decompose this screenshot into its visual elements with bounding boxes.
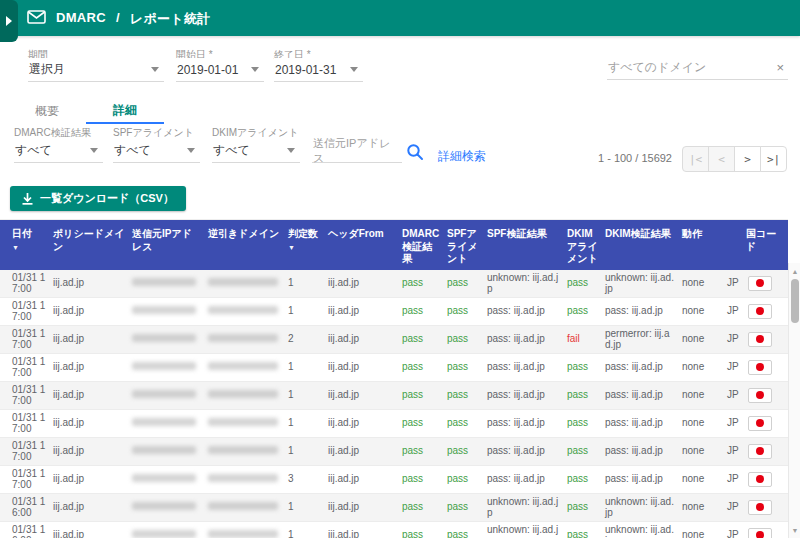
report-table: 日付▼ ポリシードメイン 送信元IPアドレス 逆引きドメイン 判定数▼ ヘッダF…	[0, 219, 788, 538]
sort-desc-icon[interactable]: ▼	[12, 244, 47, 253]
cell-source-ip	[128, 381, 204, 409]
domain-filter-input[interactable]: すべてのドメイン ×	[607, 56, 788, 80]
cell-country-code: JP	[723, 437, 788, 465]
cell-dmarc-result: pass	[398, 353, 443, 381]
cell-spf-result: unknown: iij.ad.jp	[483, 521, 563, 538]
last-page-button[interactable]: >|	[760, 146, 787, 172]
redacted-ip	[132, 306, 196, 314]
cell-dkim-result: unknown: iij.ad.jp	[601, 521, 678, 538]
breadcrumb-app[interactable]: DMARC	[56, 10, 106, 28]
country-code-text: JP	[727, 277, 739, 289]
chevron-down-icon	[350, 67, 358, 72]
cell-count: 1	[284, 353, 324, 381]
cell-date: 01/31 17:00	[0, 409, 49, 437]
source-ip-input[interactable]: 送信元IPアドレス	[312, 139, 402, 163]
chevron-down-icon	[251, 67, 259, 72]
table-row[interactable]: 01/31 17:00 iij.ad.jp 1 iij.ad.jp pass p…	[0, 409, 788, 437]
spf-alignment-label: SPFアライメント	[113, 126, 194, 140]
japan-flag-icon	[748, 304, 772, 319]
cell-policy-domain: iij.ad.jp	[49, 325, 128, 353]
spf-alignment-value: すべて	[114, 142, 151, 159]
redacted-ip	[132, 390, 196, 398]
redacted-ip	[132, 418, 196, 426]
advanced-search-link[interactable]: 詳細検索	[438, 148, 486, 165]
cell-spf-alignment: pass	[443, 325, 483, 353]
cell-reverse-domain	[204, 409, 284, 437]
cell-count: 1	[284, 521, 324, 538]
table-row[interactable]: 01/31 16:00 iij.ad.jp 1 iij.ad.jp pass p…	[0, 521, 788, 538]
cell-dkim-alignment: pass	[563, 297, 601, 325]
cell-dkim-result: pass: iij.ad.jp	[601, 409, 678, 437]
cell-dkim-alignment: pass	[563, 270, 601, 298]
scrollbar-thumb[interactable]	[791, 279, 799, 323]
cell-country-code: JP	[723, 325, 788, 353]
country-code-text: JP	[727, 529, 739, 538]
cell-dkim-result: pass: iij.ad.jp	[601, 465, 678, 493]
cell-policy-domain: iij.ad.jp	[49, 437, 128, 465]
redacted-reverse-domain	[208, 390, 278, 398]
cell-reverse-domain	[204, 465, 284, 493]
col-country-code: 国コード	[723, 220, 788, 270]
redacted-reverse-domain	[208, 446, 278, 454]
scroll-down-icon[interactable]: ▼	[789, 524, 800, 536]
cell-policy-domain: iij.ad.jp	[49, 493, 128, 521]
dkim-alignment-value: すべて	[213, 142, 250, 159]
cell-action: none	[678, 325, 723, 353]
cell-count: 1	[284, 493, 324, 521]
sort-desc-icon[interactable]: ▼	[288, 244, 322, 253]
spf-alignment-select[interactable]: すべて	[113, 139, 200, 163]
end-date-select[interactable]: 2019-01-31	[274, 58, 363, 82]
next-page-button[interactable]: >	[734, 146, 761, 172]
tab-details[interactable]: 詳細	[86, 98, 164, 124]
table-row[interactable]: 01/31 17:00 iij.ad.jp 1 iij.ad.jp pass p…	[0, 270, 788, 298]
tab-overview[interactable]: 概要	[8, 98, 86, 124]
col-source-ip: 送信元IPアドレス	[128, 220, 204, 270]
search-icon[interactable]	[406, 143, 424, 165]
cell-header-from: iij.ad.jp	[324, 381, 398, 409]
dmarc-result-select[interactable]: すべて	[14, 139, 103, 163]
redacted-ip	[132, 334, 196, 342]
cell-header-from: iij.ad.jp	[324, 437, 398, 465]
start-date-select[interactable]: 2019-01-01	[176, 58, 264, 82]
cell-action: none	[678, 493, 723, 521]
scroll-up-icon[interactable]: ▲	[789, 265, 800, 277]
cell-header-from: iij.ad.jp	[324, 465, 398, 493]
dkim-alignment-select[interactable]: すべて	[212, 139, 300, 163]
csv-download-label: 一覧ダウンロード（CSV）	[40, 191, 174, 206]
csv-download-button[interactable]: 一覧ダウンロード（CSV）	[10, 186, 186, 211]
table-row[interactable]: 01/31 17:00 iij.ad.jp 2 iij.ad.jp pass p…	[0, 325, 788, 353]
country-code-text: JP	[727, 333, 739, 345]
col-dkim-alignment: DKIMアライメント	[563, 220, 601, 270]
table-row[interactable]: 01/31 17:00 iij.ad.jp 3 iij.ad.jp pass p…	[0, 465, 788, 493]
cell-dkim-alignment: pass	[563, 353, 601, 381]
domain-filter-value: すべてのドメイン	[608, 59, 706, 76]
country-code-text: JP	[727, 445, 739, 457]
period-select[interactable]: 選択月	[28, 58, 164, 82]
col-dmarc-result: DMARC検証結果	[398, 220, 443, 270]
table-row[interactable]: 01/31 17:00 iij.ad.jp 1 iij.ad.jp pass p…	[0, 381, 788, 409]
table-row[interactable]: 01/31 17:00 iij.ad.jp 1 iij.ad.jp pass p…	[0, 353, 788, 381]
redacted-ip	[132, 278, 196, 286]
japan-flag-icon	[748, 500, 772, 515]
cell-dmarc-result: pass	[398, 297, 443, 325]
table-scrollbar[interactable]: ▲ ▼	[788, 263, 800, 538]
redacted-reverse-domain	[208, 306, 278, 314]
country-code-text: JP	[727, 361, 739, 373]
table-row[interactable]: 01/31 17:00 iij.ad.jp 1 iij.ad.jp pass p…	[0, 297, 788, 325]
cell-spf-result: unknown: iij.ad.jp	[483, 270, 563, 298]
prev-page-button[interactable]: <	[708, 146, 735, 172]
cell-spf-alignment: pass	[443, 437, 483, 465]
chevron-down-icon	[287, 148, 295, 153]
table-row[interactable]: 01/31 16:00 iij.ad.jp 1 iij.ad.jp pass p…	[0, 493, 788, 521]
cell-dmarc-result: pass	[398, 409, 443, 437]
cell-source-ip	[128, 493, 204, 521]
japan-flag-icon	[748, 332, 772, 347]
table-row[interactable]: 01/31 17:00 iij.ad.jp 1 iij.ad.jp pass p…	[0, 437, 788, 465]
sidebar-expand-button[interactable]	[0, 0, 18, 42]
redacted-reverse-domain	[208, 502, 278, 510]
cell-reverse-domain	[204, 325, 284, 353]
first-page-button[interactable]: |<	[682, 146, 709, 172]
cell-dkim-alignment: fail	[563, 325, 601, 353]
redacted-ip	[132, 530, 196, 538]
clear-icon[interactable]: ×	[776, 60, 784, 75]
